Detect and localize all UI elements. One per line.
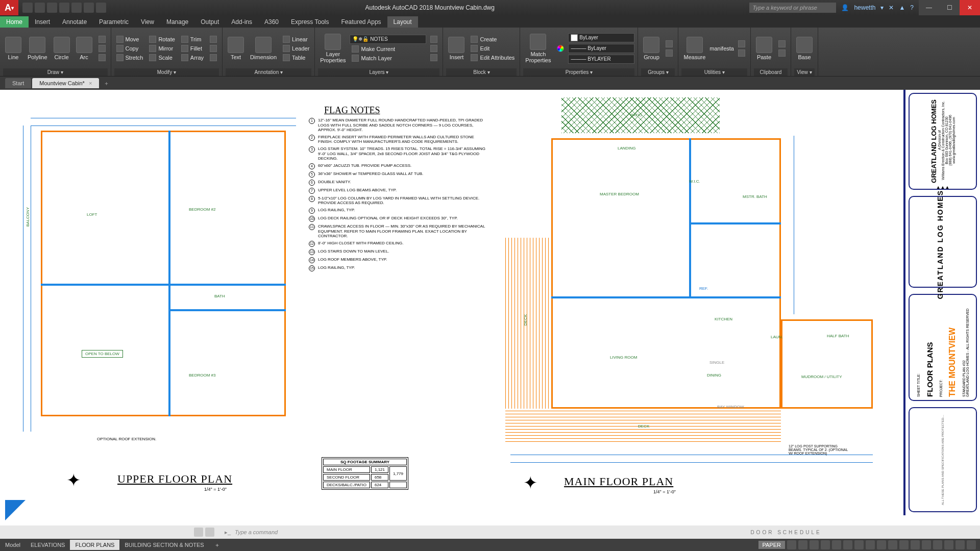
select-button[interactable] (736, 40, 747, 48)
panel-modify-title[interactable]: Modify ▾ (114, 68, 219, 76)
plot-icon[interactable] (71, 3, 82, 13)
text-button[interactable]: Text (226, 35, 246, 62)
cycling-icon[interactable] (877, 540, 886, 549)
copy-button[interactable]: Copy (114, 44, 145, 53)
current-layer-dropdown[interactable]: 💡❄🔓 NOTES (350, 35, 426, 44)
file-tab-active[interactable]: Mountview Cabin*× (32, 78, 99, 88)
base-view-button[interactable]: Base (794, 35, 815, 62)
cmd-customize-icon[interactable] (205, 528, 214, 537)
ortho-icon[interactable] (810, 540, 819, 549)
open-icon[interactable] (35, 3, 45, 13)
layer-iso-button[interactable] (428, 35, 439, 43)
a360-icon[interactable]: ▲ (899, 4, 905, 11)
maximize-button[interactable]: ☐ (939, 0, 960, 15)
grid-icon[interactable] (787, 540, 796, 549)
trim-button[interactable]: Trim (179, 35, 206, 43)
cmd-history-icon[interactable] (194, 528, 203, 537)
erase-button[interactable] (208, 35, 219, 43)
tab-insert[interactable]: Insert (29, 16, 56, 28)
user-dropdown-icon[interactable]: ▾ (880, 4, 884, 11)
panel-properties-title[interactable]: Properties ▾ (523, 68, 634, 76)
panel-draw-title[interactable]: Draw ▾ (3, 68, 108, 76)
leader-button[interactable]: Leader (281, 44, 311, 53)
array-button[interactable]: Array (179, 54, 206, 62)
help-icon[interactable]: ? (910, 4, 914, 11)
linear-button[interactable]: Linear (281, 35, 311, 43)
panel-annotation-title[interactable]: Annotation ▾ (226, 68, 311, 76)
redo-icon[interactable] (96, 3, 106, 13)
help-search-input[interactable]: Type a keyword or phrase (749, 3, 836, 13)
edit-block-button[interactable]: Edit (469, 44, 517, 53)
units-icon[interactable] (899, 540, 909, 549)
insert-block-button[interactable]: Insert (446, 35, 467, 62)
close-button[interactable]: ✕ (960, 0, 980, 15)
layout-tab-model[interactable]: Model (0, 540, 26, 550)
tab-manage[interactable]: Manage (160, 16, 194, 28)
snap-icon[interactable] (798, 540, 807, 549)
tab-annotate[interactable]: Annotate (56, 16, 93, 28)
make-current-button[interactable]: Make Current (350, 45, 426, 53)
linetype-dropdown[interactable]: ——— ByLayer (568, 44, 634, 53)
drawing-canvas[interactable]: LOFT BEDROOM #2 BATH BEDROOM #3 OPEN TO … (0, 90, 980, 525)
layout-tab-elevations[interactable]: ELEVATIONS (26, 540, 70, 550)
user-badge-icon[interactable]: 👤 (841, 4, 849, 11)
clean-screen-icon[interactable] (955, 540, 965, 549)
saveas-icon[interactable] (59, 3, 69, 13)
minimize-button[interactable]: — (919, 0, 939, 15)
paper-model-toggle[interactable]: PAPER (758, 541, 785, 549)
fillet-button[interactable]: Fillet (179, 44, 206, 53)
layout-tab-section[interactable]: BUILDING SECTION & NOTES (119, 540, 209, 550)
lweight-icon[interactable] (854, 540, 864, 549)
bylayer-color-button[interactable] (555, 44, 566, 53)
offset-button[interactable] (208, 54, 219, 62)
rectangle-button[interactable] (96, 35, 108, 43)
tab-featured[interactable]: Featured Apps (335, 16, 387, 28)
panel-clipboard-title[interactable]: Clipboard (754, 68, 788, 76)
scale-button[interactable]: Scale (147, 54, 177, 62)
circle-button[interactable]: Circle (52, 35, 72, 62)
undo-icon[interactable] (84, 3, 94, 13)
osnap-icon[interactable] (832, 540, 841, 549)
lock-ui-icon[interactable] (922, 540, 931, 549)
paste-button[interactable]: Paste (754, 35, 774, 62)
add-layout-button[interactable]: ＋ (209, 539, 225, 551)
file-tab-start[interactable]: Start (5, 78, 31, 88)
user-name[interactable]: hewetth (854, 4, 875, 11)
panel-groups-title[interactable]: Groups ▾ (641, 68, 675, 76)
arc-button[interactable]: Arc (74, 35, 94, 62)
tab-view[interactable]: View (135, 16, 160, 28)
calc-button[interactable] (736, 49, 747, 57)
tab-express[interactable]: Express Tools (285, 16, 335, 28)
tab-layout[interactable]: Layout (387, 16, 418, 28)
color-dropdown[interactable]: ByLayer (568, 33, 634, 42)
transparency-icon[interactable] (866, 540, 875, 549)
move-button[interactable]: Move (114, 35, 145, 43)
tab-home[interactable]: Home (0, 16, 29, 28)
stretch-button[interactable]: Stretch (114, 54, 145, 62)
match-properties-button[interactable]: Match Properties (523, 32, 553, 65)
add-tab-button[interactable]: ＋ (100, 80, 112, 87)
layer-properties-button[interactable]: Layer Properties (318, 32, 348, 65)
cut-button[interactable] (776, 40, 788, 48)
match-layer-button[interactable]: Match Layer (350, 54, 426, 62)
layer-off-button[interactable] (428, 44, 439, 53)
ellipse-button[interactable] (96, 54, 108, 62)
save-icon[interactable] (47, 3, 57, 13)
app-logo-icon[interactable]: A▾ (0, 0, 18, 15)
panel-utilities-title[interactable]: Utilities ▾ (681, 68, 747, 76)
ungroup-button[interactable] (664, 40, 675, 48)
polar-icon[interactable] (821, 540, 830, 549)
new-icon[interactable] (22, 3, 33, 13)
isolate-icon[interactable] (933, 540, 942, 549)
table-button[interactable]: Table (281, 54, 311, 62)
rotate-button[interactable]: Rotate (147, 35, 177, 43)
group-edit-button[interactable] (664, 49, 675, 57)
create-block-button[interactable]: Create (469, 35, 517, 43)
explode-button[interactable] (208, 44, 219, 53)
tab-close-icon[interactable]: × (89, 80, 92, 86)
layer-freeze-button[interactable] (428, 54, 439, 62)
panel-block-title[interactable]: Block ▾ (446, 68, 517, 76)
dimension-button[interactable]: Dimension (248, 35, 279, 62)
polyline-button[interactable]: Polyline (26, 35, 50, 62)
otrack-icon[interactable] (843, 540, 852, 549)
